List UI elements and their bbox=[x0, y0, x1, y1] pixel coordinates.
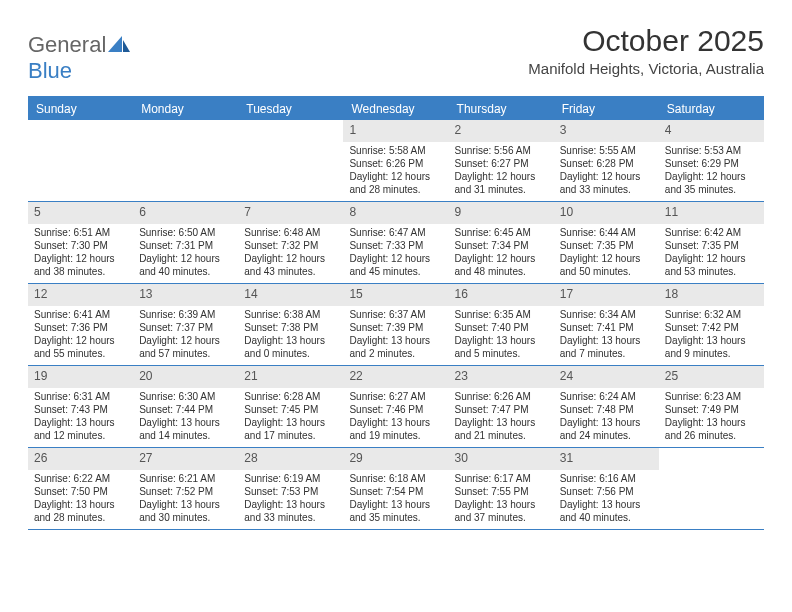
day-number: 8 bbox=[343, 202, 448, 224]
day-5: 5Sunrise: 6:51 AMSunset: 7:30 PMDaylight… bbox=[28, 202, 133, 283]
sunset-line: Sunset: 7:34 PM bbox=[455, 239, 548, 252]
day-number: 21 bbox=[238, 366, 343, 388]
day-11: 11Sunrise: 6:42 AMSunset: 7:35 PMDayligh… bbox=[659, 202, 764, 283]
dow-tuesday: Tuesday bbox=[238, 98, 343, 120]
day-9: 9Sunrise: 6:45 AMSunset: 7:34 PMDaylight… bbox=[449, 202, 554, 283]
daylight-line: Daylight: 12 hours and 53 minutes. bbox=[665, 252, 758, 278]
day-details: Sunrise: 6:42 AMSunset: 7:35 PMDaylight:… bbox=[659, 226, 764, 282]
sunrise-line: Sunrise: 6:48 AM bbox=[244, 226, 337, 239]
day-details: Sunrise: 6:23 AMSunset: 7:49 PMDaylight:… bbox=[659, 390, 764, 446]
logo: GeneralBlue bbox=[28, 24, 130, 84]
day-number: 3 bbox=[554, 120, 659, 142]
day-31: 31Sunrise: 6:16 AMSunset: 7:56 PMDayligh… bbox=[554, 448, 659, 529]
day-details: Sunrise: 6:45 AMSunset: 7:34 PMDaylight:… bbox=[449, 226, 554, 282]
day-25: 25Sunrise: 6:23 AMSunset: 7:49 PMDayligh… bbox=[659, 366, 764, 447]
sunset-line: Sunset: 6:28 PM bbox=[560, 157, 653, 170]
sunset-line: Sunset: 7:39 PM bbox=[349, 321, 442, 334]
day-number: 17 bbox=[554, 284, 659, 306]
week-row: 5Sunrise: 6:51 AMSunset: 7:30 PMDaylight… bbox=[28, 202, 764, 284]
day-29: 29Sunrise: 6:18 AMSunset: 7:54 PMDayligh… bbox=[343, 448, 448, 529]
day-number: 5 bbox=[28, 202, 133, 224]
sunset-line: Sunset: 7:47 PM bbox=[455, 403, 548, 416]
sunrise-line: Sunrise: 6:35 AM bbox=[455, 308, 548, 321]
empty-day bbox=[133, 120, 238, 201]
sunset-line: Sunset: 7:48 PM bbox=[560, 403, 653, 416]
sunrise-line: Sunrise: 6:39 AM bbox=[139, 308, 232, 321]
day-number: 18 bbox=[659, 284, 764, 306]
day-details: Sunrise: 6:34 AMSunset: 7:41 PMDaylight:… bbox=[554, 308, 659, 364]
sunrise-line: Sunrise: 6:27 AM bbox=[349, 390, 442, 403]
day-number: 6 bbox=[133, 202, 238, 224]
day-details: Sunrise: 5:55 AMSunset: 6:28 PMDaylight:… bbox=[554, 144, 659, 200]
svg-marker-0 bbox=[108, 36, 122, 52]
sunrise-line: Sunrise: 6:21 AM bbox=[139, 472, 232, 485]
title-block: October 2025 Manifold Heights, Victoria,… bbox=[528, 24, 764, 77]
sunset-line: Sunset: 7:55 PM bbox=[455, 485, 548, 498]
day-details: Sunrise: 6:44 AMSunset: 7:35 PMDaylight:… bbox=[554, 226, 659, 282]
dow-friday: Friday bbox=[554, 98, 659, 120]
day-21: 21Sunrise: 6:28 AMSunset: 7:45 PMDayligh… bbox=[238, 366, 343, 447]
sunset-line: Sunset: 7:46 PM bbox=[349, 403, 442, 416]
sunrise-line: Sunrise: 6:26 AM bbox=[455, 390, 548, 403]
sunrise-line: Sunrise: 5:55 AM bbox=[560, 144, 653, 157]
daylight-line: Daylight: 13 hours and 12 minutes. bbox=[34, 416, 127, 442]
sunset-line: Sunset: 7:52 PM bbox=[139, 485, 232, 498]
day-16: 16Sunrise: 6:35 AMSunset: 7:40 PMDayligh… bbox=[449, 284, 554, 365]
empty-day bbox=[28, 120, 133, 201]
daylight-line: Daylight: 12 hours and 55 minutes. bbox=[34, 334, 127, 360]
day-2: 2Sunrise: 5:56 AMSunset: 6:27 PMDaylight… bbox=[449, 120, 554, 201]
week-row: 19Sunrise: 6:31 AMSunset: 7:43 PMDayligh… bbox=[28, 366, 764, 448]
day-details: Sunrise: 6:32 AMSunset: 7:42 PMDaylight:… bbox=[659, 308, 764, 364]
day-number: 27 bbox=[133, 448, 238, 470]
day-number: 14 bbox=[238, 284, 343, 306]
empty-day bbox=[238, 120, 343, 201]
day-details: Sunrise: 5:53 AMSunset: 6:29 PMDaylight:… bbox=[659, 144, 764, 200]
sunrise-line: Sunrise: 6:32 AM bbox=[665, 308, 758, 321]
day-details: Sunrise: 6:19 AMSunset: 7:53 PMDaylight:… bbox=[238, 472, 343, 528]
daylight-line: Daylight: 13 hours and 37 minutes. bbox=[455, 498, 548, 524]
daylight-line: Daylight: 12 hours and 38 minutes. bbox=[34, 252, 127, 278]
daylight-line: Daylight: 12 hours and 57 minutes. bbox=[139, 334, 232, 360]
day-24: 24Sunrise: 6:24 AMSunset: 7:48 PMDayligh… bbox=[554, 366, 659, 447]
svg-marker-1 bbox=[123, 40, 130, 52]
day-4: 4Sunrise: 5:53 AMSunset: 6:29 PMDaylight… bbox=[659, 120, 764, 201]
day-number: 26 bbox=[28, 448, 133, 470]
sunrise-line: Sunrise: 6:30 AM bbox=[139, 390, 232, 403]
day-number: 12 bbox=[28, 284, 133, 306]
dow-saturday: Saturday bbox=[659, 98, 764, 120]
day-details: Sunrise: 6:28 AMSunset: 7:45 PMDaylight:… bbox=[238, 390, 343, 446]
day-number: 4 bbox=[659, 120, 764, 142]
day-details: Sunrise: 6:48 AMSunset: 7:32 PMDaylight:… bbox=[238, 226, 343, 282]
sunset-line: Sunset: 7:42 PM bbox=[665, 321, 758, 334]
sunrise-line: Sunrise: 6:38 AM bbox=[244, 308, 337, 321]
daylight-line: Daylight: 12 hours and 35 minutes. bbox=[665, 170, 758, 196]
daylight-line: Daylight: 13 hours and 9 minutes. bbox=[665, 334, 758, 360]
sunrise-line: Sunrise: 6:19 AM bbox=[244, 472, 337, 485]
daylight-line: Daylight: 12 hours and 50 minutes. bbox=[560, 252, 653, 278]
daylight-line: Daylight: 12 hours and 40 minutes. bbox=[139, 252, 232, 278]
dow-monday: Monday bbox=[133, 98, 238, 120]
empty-day bbox=[659, 448, 764, 529]
daylight-line: Daylight: 13 hours and 5 minutes. bbox=[455, 334, 548, 360]
day-number: 13 bbox=[133, 284, 238, 306]
sunrise-line: Sunrise: 6:28 AM bbox=[244, 390, 337, 403]
daylight-line: Daylight: 12 hours and 31 minutes. bbox=[455, 170, 548, 196]
dow-wednesday: Wednesday bbox=[343, 98, 448, 120]
day-details: Sunrise: 6:24 AMSunset: 7:48 PMDaylight:… bbox=[554, 390, 659, 446]
sunrise-line: Sunrise: 5:56 AM bbox=[455, 144, 548, 157]
sunrise-line: Sunrise: 6:45 AM bbox=[455, 226, 548, 239]
sunrise-line: Sunrise: 6:23 AM bbox=[665, 390, 758, 403]
day-23: 23Sunrise: 6:26 AMSunset: 7:47 PMDayligh… bbox=[449, 366, 554, 447]
sunrise-line: Sunrise: 6:16 AM bbox=[560, 472, 653, 485]
day-details: Sunrise: 6:16 AMSunset: 7:56 PMDaylight:… bbox=[554, 472, 659, 528]
sunset-line: Sunset: 7:50 PM bbox=[34, 485, 127, 498]
day-number: 29 bbox=[343, 448, 448, 470]
day-8: 8Sunrise: 6:47 AMSunset: 7:33 PMDaylight… bbox=[343, 202, 448, 283]
sunrise-line: Sunrise: 6:41 AM bbox=[34, 308, 127, 321]
logo-sail-icon bbox=[108, 32, 130, 48]
sunrise-line: Sunrise: 6:47 AM bbox=[349, 226, 442, 239]
day-number: 1 bbox=[343, 120, 448, 142]
day-number: 10 bbox=[554, 202, 659, 224]
sunrise-line: Sunrise: 5:53 AM bbox=[665, 144, 758, 157]
day-details: Sunrise: 6:31 AMSunset: 7:43 PMDaylight:… bbox=[28, 390, 133, 446]
